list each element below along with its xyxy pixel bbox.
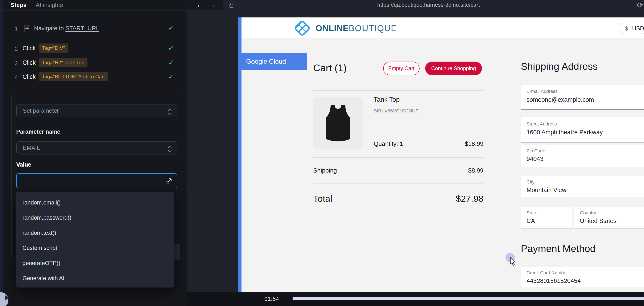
zip-code-field[interactable]: Zip Code 94043 <box>520 145 644 167</box>
cart-item-name[interactable]: Tank Top <box>374 96 400 104</box>
tab-ai-insights[interactable]: AI insights <box>36 0 63 10</box>
page-accent-strip <box>238 18 242 292</box>
value-label: Value <box>16 162 31 168</box>
step-number: 2 <box>15 46 18 52</box>
payment-method-title: Payment Method <box>521 243 596 254</box>
field-value: 1600 Amphitheatre Parkway <box>526 129 603 136</box>
field-value: CA <box>526 218 535 224</box>
boutique-logo-icon[interactable] <box>294 20 311 37</box>
field-label: Zip Code <box>526 148 545 154</box>
step-row-1[interactable]: 1 Navigate to START_URL ✓ <box>0 23 184 34</box>
field-label: E-mail Address <box>526 89 558 94</box>
expand-editor-icon[interactable] <box>165 178 172 186</box>
cart-section: Cart (1) Empty Cart Continue Shopping Ta… <box>313 18 484 292</box>
timeline-bar: 01:54 <box>187 292 644 306</box>
action-type-value: Set parameter <box>23 108 59 114</box>
field-value: 4432801561520454 <box>526 278 581 284</box>
steps-panel: Steps AI insights 1 Navigate to START_UR… <box>0 0 187 306</box>
step-action: Click <box>22 73 36 80</box>
step-action: Click <box>22 45 36 52</box>
cart-item-price: $18.99 <box>465 140 484 147</box>
parameter-name-select[interactable]: EMAIL <box>16 142 178 154</box>
cart-item-quantity: Quantity: 1 <box>374 140 403 147</box>
total-price: $27.98 <box>456 194 484 204</box>
flag-icon <box>24 25 30 33</box>
field-value: United States <box>580 218 616 224</box>
play-icon <box>4 295 9 301</box>
chevron-updown-icon <box>167 144 172 157</box>
google-cloud-ribbon: Google Cloud <box>242 53 307 70</box>
tab-steps[interactable]: Steps <box>10 0 26 10</box>
play-button[interactable] <box>0 292 8 306</box>
street-address-field[interactable]: Street Address 1600 Amphitheatre Parkway <box>520 117 644 143</box>
menu-item-generate-with-ai[interactable]: Generate with AI <box>16 271 174 286</box>
field-label: Country <box>580 210 596 216</box>
value-input[interactable] <box>16 174 177 188</box>
chevron-updown-icon <box>167 108 172 120</box>
cart-item-sku: SKU #66VCHSJNUP <box>374 108 419 114</box>
step-target-badge: Tag="H2" Tank Top <box>39 58 88 67</box>
divider <box>313 157 484 158</box>
parameter-name-value: EMAIL <box>23 145 40 151</box>
field-label: State <box>526 210 537 216</box>
text-caret <box>23 177 23 185</box>
cart-title: Cart (1) <box>313 62 346 74</box>
total-label: Total <box>313 194 332 204</box>
value-suggestions-menu: random.email() random.password() random.… <box>16 192 174 288</box>
refresh-icon[interactable]: ⟳ <box>637 1 643 10</box>
step-success-icon: ✓ <box>168 58 174 66</box>
empty-cart-button[interactable]: Empty Cart <box>383 62 420 75</box>
mouse-cursor <box>510 256 517 267</box>
url-text[interactable]: https://qa.boutique.harness-demo.site/ca… <box>377 2 480 8</box>
forward-button[interactable]: → <box>208 0 216 9</box>
field-label: Street Address <box>526 121 557 127</box>
field-value: Mountain View <box>526 187 566 194</box>
lock-icon <box>229 2 234 9</box>
timestamp: 01:54 <box>264 296 279 302</box>
continue-shopping-button[interactable]: Continue Shopping <box>425 62 482 75</box>
start-url-link: START_URL <box>65 25 99 32</box>
menu-item-random-email[interactable]: random.email() <box>16 195 174 210</box>
field-label: City <box>526 179 534 185</box>
panel-resize-divider[interactable] <box>187 0 187 306</box>
step-target-badge: Tag="DIV" <box>39 44 68 53</box>
step-success-icon: ✓ <box>168 44 174 52</box>
credit-card-field[interactable]: Credit Card Number 4432801561520454 <box>520 267 644 287</box>
action-type-select[interactable]: Set parameter <box>16 104 178 117</box>
divider <box>313 184 484 184</box>
cart-item-image <box>313 97 363 148</box>
state-field[interactable]: State CA <box>520 207 572 228</box>
step-row-4[interactable]: 4 Click Tag="BUTTON" Add To Cart ✓ <box>0 72 184 83</box>
step-success-icon: ✓ <box>168 72 174 81</box>
step-number: 1 <box>15 26 18 32</box>
step-number: 3 <box>15 60 18 66</box>
menu-item-random-password[interactable]: random.password() <box>16 210 174 225</box>
parameter-name-label: Parameter name <box>16 128 60 135</box>
step-row-3[interactable]: 3 Click Tag="H2" Tank Top ✓ <box>0 58 184 69</box>
field-value: someone@example.com <box>526 96 594 103</box>
menu-item-random-text[interactable]: random.text() <box>16 225 174 240</box>
tank-top-graphic <box>323 103 353 143</box>
back-button[interactable]: ← <box>196 0 204 9</box>
shipping-row-price: $8.99 <box>468 167 484 174</box>
step-target-badge: Tag="BUTTON" Add To Cart <box>39 72 108 81</box>
online-boutique-page: ONLINEBOUTIQUE $ USD Google Cloud Cart (… <box>242 18 644 292</box>
field-label: Credit Card Number <box>526 270 568 276</box>
step-label: Navigate to START_URL <box>34 25 99 32</box>
email-field[interactable]: E-mail Address someone@example.com <box>520 85 644 110</box>
step-row-2[interactable]: 2 Click Tag="DIV" ✓ <box>0 43 184 54</box>
checkout-form: Shipping Address E-mail Address someone@… <box>521 18 644 292</box>
shipping-row-label: Shipping <box>313 167 337 174</box>
shipping-address-title: Shipping Address <box>521 60 598 72</box>
city-field[interactable]: City Mountain View <box>520 176 644 197</box>
step-success-icon: ✓ <box>168 24 174 32</box>
timeline-progress[interactable] <box>292 298 644 300</box>
country-field[interactable]: Country United States <box>574 207 644 228</box>
divider <box>313 90 484 91</box>
step-number: 4 <box>15 74 18 81</box>
menu-item-custom-script[interactable]: Custom script <box>16 240 174 256</box>
field-value: 94043 <box>526 156 544 162</box>
menu-item-generate-otp[interactable]: generateOTP() <box>16 256 174 271</box>
step-action: Click <box>22 59 36 66</box>
